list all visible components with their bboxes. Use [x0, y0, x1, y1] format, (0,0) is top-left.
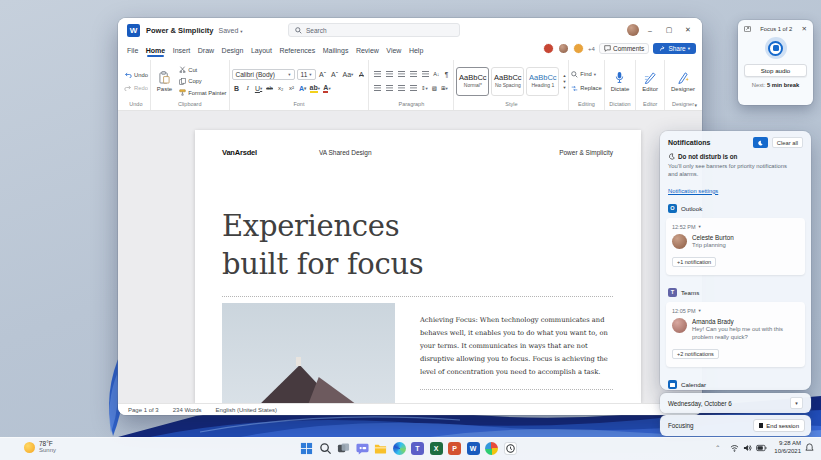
line-spacing-button[interactable]: ⇕⌄ [419, 83, 429, 94]
tab-layout[interactable]: Layout [251, 47, 272, 54]
cut-button[interactable]: Cut [179, 64, 226, 75]
search-taskbar-icon[interactable] [319, 442, 332, 455]
close-button[interactable]: ✕ [680, 18, 696, 42]
task-view-icon[interactable] [337, 442, 350, 455]
taskbar-clock[interactable]: 9:28 AM 10/6/2021 [774, 440, 801, 455]
subscript-button[interactable]: x₂ [276, 83, 286, 94]
bold-button[interactable]: B [232, 83, 242, 94]
highlight-button[interactable]: ab⌄ [309, 83, 321, 94]
style-gallery-down[interactable]: ▼ [562, 79, 566, 84]
notification-group-calendar[interactable]: Calendar [660, 373, 811, 390]
photos-icon[interactable] [485, 442, 498, 455]
presence-avatar-2[interactable] [558, 43, 569, 54]
status-page[interactable]: Page 1 of 3 [128, 407, 159, 413]
share-button[interactable]: Share▾ [653, 43, 696, 54]
notification-card-outlook[interactable]: 12:52 PM⌄ Celeste Burton Trip planning +… [666, 218, 805, 275]
excel-icon[interactable]: X [430, 442, 443, 455]
tab-draw[interactable]: Draw [198, 47, 214, 54]
comments-button[interactable]: Comments [599, 43, 649, 54]
powerpoint-icon[interactable]: P [448, 442, 461, 455]
shading-button[interactable]: ▨ [429, 83, 439, 94]
end-session-button[interactable]: End session [753, 419, 805, 432]
more-notifications-button[interactable]: +1 notification [672, 257, 716, 267]
clear-format-button[interactable]: A [356, 69, 366, 80]
dictate-button[interactable]: Dictate [607, 62, 634, 100]
tab-review[interactable]: Review [356, 47, 379, 54]
justify-button[interactable] [409, 84, 418, 92]
teams-icon-taskbar[interactable]: T [411, 442, 424, 455]
chevron-down-icon[interactable]: ⌄ [699, 308, 701, 313]
tray-expand-icon[interactable]: ⌃ [715, 444, 720, 451]
editor-button[interactable]: Editor [638, 62, 662, 100]
do-not-disturb-toggle[interactable] [753, 137, 768, 148]
replace-button[interactable]: Replace [571, 83, 601, 94]
strikethrough-button[interactable]: ab [265, 83, 275, 94]
increase-indent-button[interactable] [421, 70, 430, 78]
chevron-down-icon[interactable]: ⌄ [699, 224, 701, 229]
undo-button[interactable]: Undo [124, 69, 148, 80]
shrink-font-button[interactable]: Aˇ [330, 69, 340, 80]
align-left-button[interactable] [373, 84, 382, 92]
tab-home[interactable]: Home [146, 47, 165, 54]
wifi-icon[interactable] [730, 444, 739, 452]
more-notifications-button[interactable]: +2 notifications [672, 349, 719, 359]
file-explorer-icon[interactable] [374, 442, 387, 455]
align-right-button[interactable] [397, 84, 406, 92]
sort-button[interactable]: A↓ [431, 69, 441, 80]
clear-all-button[interactable]: Clear all [772, 137, 803, 148]
style-gallery-up[interactable]: ▲ [562, 73, 566, 78]
tab-view[interactable]: View [386, 47, 401, 54]
style-normal[interactable]: AaBbCcNormal* [456, 67, 489, 96]
style-no-spacing[interactable]: AaBbCcNo Spacing [491, 67, 524, 96]
calendar-date-card[interactable]: Wednesday, October 6 ▾ [660, 393, 811, 413]
start-button[interactable] [300, 442, 313, 455]
redo-button[interactable]: Redo [124, 82, 148, 93]
numbering-button[interactable] [385, 70, 394, 78]
underline-button[interactable]: U⌄ [254, 83, 264, 94]
presence-more[interactable]: +4 [588, 46, 595, 52]
stop-audio-button[interactable]: Stop audio [744, 64, 807, 77]
notification-bell-icon[interactable] [805, 443, 814, 452]
tab-design[interactable]: Design [222, 47, 244, 54]
document-image[interactable] [222, 303, 395, 403]
volume-icon[interactable] [743, 444, 752, 452]
tab-references[interactable]: References [279, 47, 315, 54]
ribbon-collapse-icon[interactable]: ▾ [694, 102, 697, 108]
designer-button[interactable]: Designer [667, 62, 699, 100]
paste-button[interactable]: Paste [153, 62, 176, 100]
taskbar-weather-widget[interactable]: 78°F Sunny [24, 440, 56, 454]
focus-close-icon[interactable]: ✕ [802, 25, 807, 33]
text-effects-button[interactable]: A⌄ [298, 83, 308, 94]
notification-settings-link[interactable]: Notification settings [668, 188, 718, 194]
format-painter-button[interactable]: Format Painter [179, 87, 226, 98]
maximize-button[interactable]: ▢ [661, 18, 677, 42]
status-words[interactable]: 234 Words [173, 407, 202, 413]
change-case-button[interactable]: Aa⌄ [342, 69, 355, 80]
edge-icon[interactable] [393, 442, 406, 455]
notification-group-teams[interactable]: T Teams [660, 281, 811, 301]
presence-avatar-3[interactable] [573, 43, 584, 54]
tab-mailings[interactable]: Mailings [323, 47, 349, 54]
calendar-expand-button[interactable]: ▾ [790, 397, 803, 409]
font-size-select[interactable]: 11⌄ [297, 69, 316, 80]
style-gallery-more[interactable]: ▼ [562, 85, 566, 90]
notification-card-teams[interactable]: 12:05 PM⌄ Amanda Brady Hey! Can you help… [666, 302, 805, 367]
chat-icon[interactable] [356, 442, 369, 455]
bullets-button[interactable] [373, 70, 382, 78]
saved-status[interactable]: Saved ⌄ [219, 27, 243, 34]
user-avatar[interactable] [627, 24, 639, 36]
font-family-select[interactable]: Calibri (Body)⌄ [232, 69, 295, 80]
presence-avatar-1[interactable] [543, 43, 554, 54]
document-page[interactable]: VanArsdel VA Shared Design Power & Simpl… [195, 130, 641, 403]
grow-font-button[interactable]: Aˆ [318, 69, 328, 80]
tab-insert[interactable]: Insert [173, 47, 191, 54]
status-language[interactable]: English (United States) [216, 407, 277, 413]
pip-icon[interactable] [744, 26, 751, 32]
clock-app-icon[interactable] [504, 442, 517, 455]
minimize-button[interactable]: – [642, 18, 658, 42]
tab-file[interactable]: File [127, 47, 138, 54]
notification-group-outlook[interactable]: O Outlook [660, 197, 811, 217]
word-icon-taskbar[interactable]: W [467, 442, 480, 455]
borders-button[interactable]: ⊞⌄ [439, 83, 449, 94]
decrease-indent-button[interactable] [409, 70, 418, 78]
